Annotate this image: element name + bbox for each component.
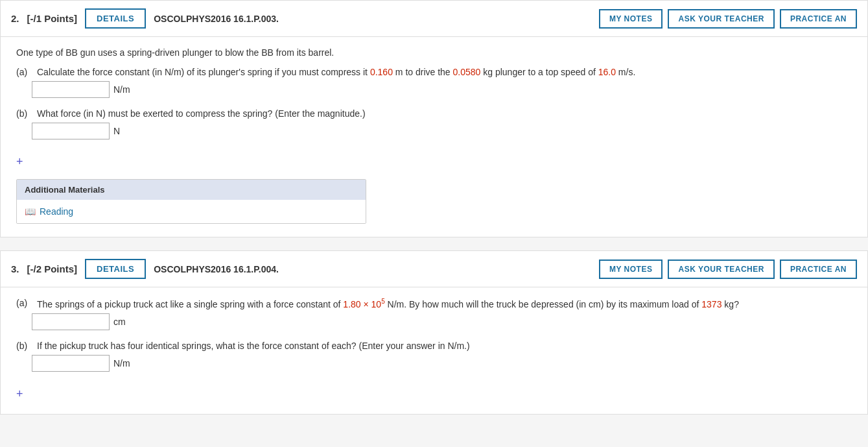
question-3-ask-teacher-button[interactable]: ASK YOUR TEACHER [668, 260, 774, 279]
question-3-my-notes-button[interactable]: MY NOTES [599, 260, 663, 279]
question-2-part-a-row: (a) Calculate the force constant (in N/m… [16, 67, 852, 77]
question-3-points: [-/2 Points] [27, 263, 78, 274]
question-2-part-b-text: What force (in N) must be exerted to com… [37, 108, 366, 119]
question-2-part-a-val2: 0.0580 [453, 67, 481, 77]
question-3-expand-button[interactable]: + [16, 387, 23, 401]
question-2-header-buttons: MY NOTES ASK YOUR TEACHER PRACTICE AN [599, 9, 857, 29]
question-2-part-a-input[interactable] [32, 81, 110, 98]
question-3-part-a-val2: 1373 [701, 299, 721, 309]
question-2-practice-button[interactable]: PRACTICE AN [780, 9, 857, 29]
question-2-part-b: (b) What force (in N) must be exerted to… [16, 108, 852, 139]
question-2-body: One type of BB gun uses a spring-driven … [1, 37, 867, 237]
question-2-part-a-marker: (a) [16, 67, 37, 77]
question-2-part-b-input[interactable] [32, 123, 110, 139]
question-3-code: OSCOLPHYS2016 16.1.P.004. [154, 264, 591, 274]
question-3-part-a-text-after: kg? [721, 299, 738, 309]
question-2-part-a-text-mid2: kg plunger to a top speed of [480, 67, 598, 77]
question-2-part-a: (a) Calculate the force constant (in N/m… [16, 67, 852, 98]
question-2-code: OSCOLPHYS2016 16.1.P.003. [154, 14, 591, 24]
question-3-practice-button[interactable]: PRACTICE AN [780, 260, 857, 279]
book-icon: 📖 [25, 206, 36, 217]
question-2-part-a-text-mid1: m to drive the [393, 67, 453, 77]
question-2-additional-materials-header: Additional Materials [17, 180, 366, 200]
question-2-reading-link[interactable]: 📖 Reading [25, 206, 358, 217]
question-2-additional-materials: Additional Materials 📖 Reading [16, 179, 366, 224]
question-3-part-a-input-row: cm [32, 313, 852, 330]
question-2: 2. [-/1 Points] DETAILS OSCOLPHYS2016 16… [0, 0, 868, 237]
question-2-part-a-content: Calculate the force constant (in N/m) of… [37, 67, 852, 77]
question-3-part-a-unit: cm [113, 317, 126, 327]
question-2-part-a-text-after: m/s. [616, 67, 635, 77]
question-2-points: [-/1 Points] [27, 13, 78, 24]
question-2-part-b-input-row: N [32, 123, 852, 139]
question-3-part-a-row: (a) The springs of a pickup truck act li… [16, 298, 852, 309]
question-3-part-a-content: The springs of a pickup truck act like a… [37, 298, 852, 309]
question-2-part-a-input-row: N/m [32, 81, 852, 98]
question-3-details-button[interactable]: DETAILS [85, 259, 146, 279]
question-2-part-a-unit: N/m [113, 84, 130, 95]
question-3-part-b-content: If the pickup truck has four identical s… [37, 341, 852, 351]
question-3-part-a-input[interactable] [32, 313, 110, 330]
question-3: 3. [-/2 Points] DETAILS OSCOLPHYS2016 16… [0, 250, 868, 415]
question-2-expand-button[interactable]: + [16, 155, 23, 169]
question-2-ask-teacher-button[interactable]: ASK YOUR TEACHER [668, 9, 774, 29]
question-3-part-b-input[interactable] [32, 355, 110, 372]
question-2-details-button[interactable]: DETAILS [85, 8, 146, 29]
question-3-part-b-input-row: N/m [32, 355, 852, 372]
question-3-part-b: (b) If the pickup truck has four identic… [16, 341, 852, 372]
question-2-intro: One type of BB gun uses a spring-driven … [16, 47, 852, 58]
question-3-header: 3. [-/2 Points] DETAILS OSCOLPHYS2016 16… [1, 251, 867, 287]
question-3-part-b-marker: (b) [16, 341, 37, 351]
question-3-part-b-text: If the pickup truck has four identical s… [37, 341, 470, 351]
question-2-part-b-content: What force (in N) must be exerted to com… [37, 108, 852, 119]
question-3-header-buttons: MY NOTES ASK YOUR TEACHER PRACTICE AN [599, 260, 857, 279]
question-3-part-a-val1: 1.80 × 105 [343, 299, 384, 309]
question-3-part-a-text-mid1: N/m. By how much will the truck be depre… [385, 299, 702, 309]
question-2-part-b-marker: (b) [16, 108, 37, 119]
question-2-number: 2. [11, 13, 19, 24]
question-3-body: (a) The springs of a pickup truck act li… [1, 287, 867, 414]
question-2-header: 2. [-/1 Points] DETAILS OSCOLPHYS2016 16… [1, 1, 867, 37]
question-2-additional-materials-body: 📖 Reading [17, 200, 366, 223]
question-3-part-a: (a) The springs of a pickup truck act li… [16, 298, 852, 330]
question-3-part-a-text-before: The springs of a pickup truck act like a… [37, 299, 343, 309]
question-2-part-b-unit: N [113, 126, 120, 136]
question-2-part-b-row: (b) What force (in N) must be exerted to… [16, 108, 852, 119]
question-3-part-b-row: (b) If the pickup truck has four identic… [16, 341, 852, 351]
question-3-part-b-unit: N/m [113, 358, 130, 368]
question-3-number: 3. [11, 263, 19, 274]
question-2-part-a-text-before: Calculate the force constant (in N/m) of… [37, 67, 370, 77]
question-3-part-a-marker: (a) [16, 298, 37, 309]
question-2-reading-label: Reading [40, 206, 73, 217]
question-2-part-a-val1: 0.160 [370, 67, 393, 77]
question-2-part-a-val3: 16.0 [598, 67, 616, 77]
question-2-my-notes-button[interactable]: MY NOTES [599, 9, 663, 29]
